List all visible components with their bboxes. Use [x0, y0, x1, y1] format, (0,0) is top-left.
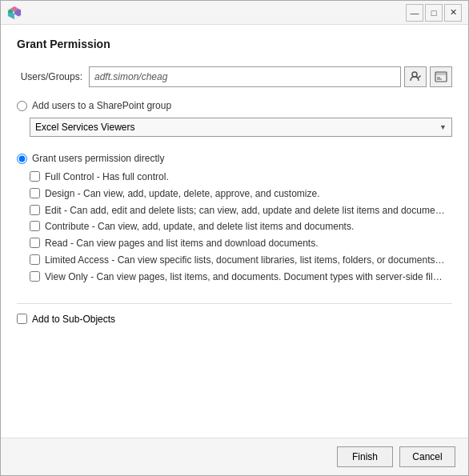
limited-access-checkbox[interactable]	[30, 254, 40, 265]
footer: Finish Cancel	[1, 438, 468, 475]
full-control-checkbox[interactable]	[30, 171, 40, 182]
divider	[17, 303, 452, 304]
permission-limited-access: Limited Access - Can view specific lists…	[30, 254, 452, 267]
permission-contribute: Contribute - Can view, add, update, and …	[30, 220, 452, 234]
dropdown-row: Excel Services Viewers ▼	[30, 118, 452, 137]
browse-icon	[435, 70, 447, 83]
dialog-title: Grant Permission	[17, 38, 452, 50]
check-names-button[interactable]	[404, 66, 427, 87]
title-bar-left	[7, 6, 22, 20]
maximize-button[interactable]: □	[425, 4, 443, 22]
design-text: Design - Can view, add, update, delete, …	[45, 187, 320, 201]
permission-read: Read - Can view pages and list items and…	[30, 237, 452, 250]
read-text: Read - Can view pages and list items and…	[45, 237, 319, 250]
add-to-group-label-text: Add users to a SharePoint group	[32, 100, 171, 111]
content-area: Grant Permission Users/Groups:	[1, 25, 468, 438]
permission-view-only: View Only - Can view pages, list items, …	[30, 270, 452, 284]
permission-full-control: Full Control - Has full control.	[30, 170, 452, 184]
sub-objects-row: Add to Sub-Objects	[17, 314, 452, 325]
dropdown-arrow-icon: ▼	[439, 123, 447, 131]
title-bar: — □ ✕	[1, 1, 468, 25]
permission-design: Design - Can view, add, update, delete, …	[30, 187, 452, 201]
edit-text: Edit - Can add, edit and delete lists; c…	[45, 204, 445, 218]
grant-direct-label-text: Grant users permission directly	[32, 153, 164, 164]
browse-button[interactable]	[430, 66, 452, 87]
add-to-group-radio[interactable]	[17, 101, 27, 111]
users-groups-label: Users/Groups:	[17, 71, 89, 82]
design-checkbox[interactable]	[30, 188, 40, 198]
permissions-list: Full Control - Has full control. Design …	[30, 170, 452, 284]
edit-checkbox[interactable]	[30, 205, 40, 215]
title-bar-controls: — □ ✕	[406, 4, 462, 22]
minimize-button[interactable]: —	[406, 4, 423, 22]
add-to-group-radio-label[interactable]: Add users to a SharePoint group	[17, 100, 452, 111]
cancel-button[interactable]: Cancel	[399, 446, 455, 467]
full-control-text: Full Control - Has full control.	[45, 170, 169, 184]
sub-objects-checkbox[interactable]	[17, 314, 27, 324]
add-to-group-section: Add users to a SharePoint group Excel Se…	[17, 100, 452, 146]
svg-point-5	[412, 72, 417, 77]
contribute-checkbox[interactable]	[30, 221, 40, 231]
contribute-text: Contribute - Can view, add, update, and …	[45, 220, 354, 234]
svg-rect-7	[435, 72, 447, 75]
close-button[interactable]: ✕	[444, 4, 462, 22]
app-icon	[7, 6, 22, 20]
grant-permission-window: — □ ✕ Grant Permission Users/Groups:	[0, 0, 469, 476]
finish-button[interactable]: Finish	[337, 446, 393, 467]
users-groups-input[interactable]	[89, 66, 401, 87]
grant-direct-radio-label[interactable]: Grant users permission directly	[17, 153, 452, 164]
sub-objects-label: Add to Sub-Objects	[32, 314, 115, 325]
user-input-row	[89, 66, 452, 87]
grant-direct-radio[interactable]	[17, 154, 27, 164]
group-dropdown-value: Excel Services Viewers	[35, 122, 135, 133]
check-names-icon	[409, 70, 422, 83]
grant-direct-section: Grant users permission directly Full Con…	[17, 153, 452, 287]
group-dropdown[interactable]: Excel Services Viewers ▼	[30, 118, 452, 137]
view-only-text: View Only - Can view pages, list items, …	[45, 270, 445, 284]
read-checkbox[interactable]	[30, 238, 40, 248]
limited-access-text: Limited Access - Can view specific lists…	[45, 254, 445, 267]
users-groups-row: Users/Groups:	[17, 66, 452, 87]
view-only-checkbox[interactable]	[30, 271, 40, 282]
permission-edit: Edit - Can add, edit and delete lists; c…	[30, 204, 452, 218]
